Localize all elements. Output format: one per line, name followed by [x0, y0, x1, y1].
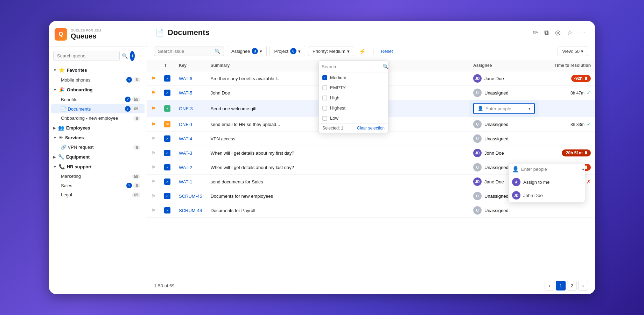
project-filter-button[interactable]: Project 6 ▾: [270, 46, 305, 56]
pagination: 1-50 of 69 ‹ 1 2 ›: [147, 277, 595, 294]
sidebar-section-onboarding[interactable]: ▼ 🎉 Onboarding: [49, 85, 147, 94]
issue-key[interactable]: WAT-5: [175, 86, 206, 100]
sidebar-item-marketing[interactable]: Marketing 58: [51, 172, 145, 181]
assign-to-me-option[interactable]: A Assign to me: [509, 175, 585, 189]
john-doe-option[interactable]: JD John Doe: [509, 189, 585, 202]
sidebar-item-legal[interactable]: Legal 69: [51, 190, 145, 199]
avatar: U: [473, 206, 482, 215]
search-issue-wrapper[interactable]: 🔍: [154, 47, 224, 56]
priority-filter-button[interactable]: Priority: Medium ▾: [308, 47, 354, 56]
view-button[interactable]: View: 50 ▾: [558, 47, 588, 56]
chevron-down-icon: ▾: [347, 49, 350, 54]
chevron-down-icon: ▼: [53, 68, 57, 72]
app-sub-title: QUEUES FOR JSM: [71, 29, 101, 32]
assignee-name: Unassigned: [484, 122, 509, 127]
issue-key[interactable]: SCRUM-45: [175, 189, 206, 203]
checkbox-medium: ✓: [322, 75, 327, 80]
table-row: ⚑ ✓ WAT-4 VPN access U Unassigned: [147, 132, 595, 146]
issue-key[interactable]: WAT-1: [175, 175, 206, 189]
enter-people-field[interactable]: [521, 167, 580, 172]
sidebar-item-onboarding-new-employee[interactable]: Onboarding - new employee 6: [51, 114, 145, 122]
more-options-button[interactable]: ⋯: [137, 51, 142, 61]
search-icon: 🔍: [215, 49, 220, 54]
issue-summary: Documents for Payroll: [206, 203, 469, 218]
search-icon: 🔍: [383, 64, 388, 69]
dropdown-search-row: 🔍: [319, 61, 388, 72]
assignee-row: U Unassigned: [473, 206, 535, 215]
assignee-row: JD John Doe: [473, 149, 535, 157]
chevron-down-icon: ▼: [53, 88, 57, 92]
flag-icon: ⚑: [151, 164, 156, 170]
sidebar-section-employees[interactable]: ▶ 👥 Employees: [49, 123, 147, 133]
sidebar-item-documents[interactable]: 📄 Documents Y 69: [51, 104, 145, 113]
page-title: Documents: [168, 28, 210, 37]
add-queue-button[interactable]: +: [130, 51, 135, 61]
type-icon: ✓: [164, 135, 170, 142]
issue-summary: send documents for Sales: [206, 175, 469, 189]
issue-key[interactable]: WAT-2: [175, 160, 206, 175]
enter-people-input[interactable]: 👤 Enter people ▾: [473, 103, 535, 114]
priority-item-empty[interactable]: EMPTY: [319, 83, 388, 93]
avatar: U: [473, 163, 482, 172]
issue-key[interactable]: ONE-1: [175, 117, 206, 132]
star-button[interactable]: ☆: [566, 27, 574, 38]
sidebar-item-mobile-phones[interactable]: Mobile phones Y 6: [51, 75, 145, 84]
sidebar-section-hr-support[interactable]: ▼ 📞 HR support: [49, 162, 147, 172]
time-value: 8h 47m✓: [570, 91, 591, 96]
assignee-name: Unassigned: [484, 165, 509, 170]
sidebar-section-equipment[interactable]: ▶ 🔧 Equipment: [49, 152, 147, 162]
prev-page-button[interactable]: ‹: [545, 281, 554, 290]
reset-button[interactable]: Reset: [378, 47, 396, 55]
page-1-button[interactable]: 1: [556, 281, 566, 290]
priority-item-high[interactable]: High: [319, 93, 388, 103]
edit-button[interactable]: ✏: [531, 27, 539, 38]
flag-icon: ⚑: [151, 193, 156, 199]
view-button[interactable]: ◎: [554, 27, 562, 38]
chevron-down-icon: ▾: [298, 49, 301, 54]
selected-count: Selected: 1: [322, 126, 343, 131]
flag-icon: ⚑: [151, 208, 156, 213]
issue-key[interactable]: WAT-4: [175, 132, 206, 146]
priority-item-highest[interactable]: Highest: [319, 103, 388, 113]
sidebar-header: Q QUEUES FOR JSM Queues: [49, 21, 147, 47]
assignee-filter-button[interactable]: Assignee 3 ▾: [227, 46, 267, 56]
search-queue-input[interactable]: [53, 51, 120, 61]
dropdown-footer: Selected: 1 Clear selection: [319, 123, 388, 133]
issue-key[interactable]: WAT-3: [175, 146, 206, 160]
assignee-row: JD Jane Doe: [473, 74, 535, 83]
filter-icon-button[interactable]: ⚡: [357, 47, 368, 56]
priority-item-low[interactable]: Low: [319, 113, 388, 123]
issue-summary: When will I get details about my first d…: [206, 146, 469, 160]
john-doe-label: John Doe: [523, 193, 543, 198]
sidebar-section-favorites[interactable]: ▼ ⭐ Favorites: [49, 65, 147, 75]
issue-summary: VPN access: [206, 132, 469, 146]
page-2-button[interactable]: 2: [567, 281, 577, 290]
assignee-name: Jane Doe: [484, 76, 504, 81]
sidebar-section-services[interactable]: ▼ ✳ Services: [49, 133, 147, 142]
type-icon: ✓: [164, 75, 170, 82]
sidebar-item-vpn-request[interactable]: 🔗 VPN request 6: [51, 143, 145, 152]
search-issue-input[interactable]: [158, 49, 212, 54]
sidebar-item-benefits[interactable]: Benefits Y 55: [51, 95, 145, 104]
issue-key[interactable]: SCRUM-44: [175, 203, 206, 218]
priority-item-medium[interactable]: ✓ Medium: [319, 72, 388, 83]
more-button[interactable]: ⋯: [578, 27, 587, 38]
app-title: Queues: [71, 32, 101, 40]
type-icon: +: [164, 105, 170, 112]
clear-selection-button[interactable]: Clear selection: [357, 126, 385, 131]
issue-key[interactable]: WAT-6: [175, 71, 206, 86]
issue-summary: Documents for new employees: [206, 189, 469, 203]
priority-search-input[interactable]: [322, 64, 380, 69]
issue-key[interactable]: ONE-3: [175, 100, 206, 117]
table-row: ⚑ ✓ WAT-3 When will I get details about …: [147, 146, 595, 160]
sidebar-item-sales[interactable]: Sales Y 6: [51, 181, 145, 190]
flag-icon: ⚑: [151, 121, 156, 127]
avatar-john-doe: JD: [512, 191, 520, 200]
col-time: Time to resolution: [539, 60, 595, 71]
assignee-name: John Doe: [484, 150, 504, 156]
search-icon: 🔍: [122, 53, 128, 59]
next-page-button[interactable]: ›: [578, 281, 588, 290]
copy-button[interactable]: ⧉: [543, 28, 550, 38]
type-icon: ✓: [164, 207, 170, 214]
main-content: 📄 Documents ✏ ⧉ ◎ ☆ ⋯ 🔍 Assignee 3 ▾: [147, 21, 595, 294]
